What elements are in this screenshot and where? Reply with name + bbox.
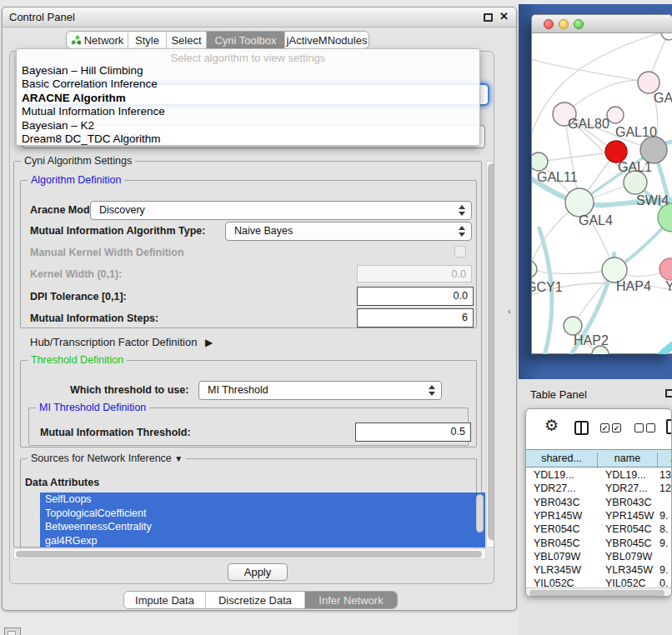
hub-definition-toggle[interactable]: Hub/Transcription Factor Definition ▶: [30, 336, 213, 348]
close-traffic-light-icon[interactable]: [544, 19, 554, 29]
network-window-titlebar[interactable]: [532, 15, 672, 33]
minimize-traffic-light-icon[interactable]: [559, 19, 569, 29]
vertical-scrollbar[interactable]: [486, 161, 494, 548]
attribute-item-selected[interactable]: BetweennessCentrality: [40, 520, 485, 534]
table-cell[interactable]: YER054C: [534, 523, 580, 535]
table-cell[interactable]: YBL079W: [605, 551, 652, 562]
algorithm-option[interactable]: Dream8 DC_TDC Algorithm: [22, 132, 474, 146]
table-cell[interactable]: 12: [659, 482, 671, 494]
table-cell[interactable]: YDR27...: [534, 482, 576, 494]
aracne-mode-label: Aracne Mode:: [30, 204, 99, 216]
manual-kernel-checkbox[interactable]: [454, 246, 466, 258]
column-header-2[interactable]: name: [598, 452, 658, 468]
table-cell[interactable]: YBL079W: [534, 551, 580, 562]
GAL1-node[interactable]: [624, 171, 647, 194]
tab-discretize-data[interactable]: Discretize Data: [206, 592, 305, 608]
table-cell[interactable]: YBR045C: [605, 538, 652, 549]
column-layout-icon[interactable]: [574, 421, 589, 435]
network-canvas[interactable]: GAL80GAL10GAL11GAL1GAL4SWI4GCY1HAP4HAP2G…: [532, 33, 672, 354]
table-cell[interactable]: YLR345W: [605, 564, 653, 576]
node-label-GAL4: GAL4: [579, 213, 613, 228]
deselect-checkbox-icon[interactable]: [634, 423, 644, 432]
node-label-SWI4: SWI4: [636, 193, 669, 208]
tab-network[interactable]: Network: [67, 32, 128, 48]
tab-jactivemnodules[interactable]: jActiveMNodules: [285, 32, 369, 48]
which-threshold-label: Which threshold to use:: [70, 384, 188, 396]
mi-type-combo[interactable]: Naive Bayes: [225, 222, 472, 241]
table-rows: YDL19...YDL19...13YDR27...YDR27...12YBR0…: [526, 468, 672, 589]
aracne-mode-combo[interactable]: Discovery: [90, 201, 472, 220]
vertical-scrollbar-thumb[interactable]: [488, 163, 494, 540]
table-cell[interactable]: YDL19...: [605, 469, 646, 481]
node-label-GAL11: GAL11: [537, 170, 578, 184]
dpi-tolerance-label: DPI Tolerance [0,1]:: [30, 291, 127, 302]
table-cell[interactable]: 13: [659, 469, 671, 481]
GAL4-node[interactable]: [565, 188, 594, 217]
tab-style[interactable]: Style: [128, 32, 167, 48]
table-cell[interactable]: YBR045C: [534, 538, 580, 549]
GAL11-node[interactable]: [532, 152, 548, 171]
SWI4-node[interactable]: [658, 203, 672, 232]
apply-button[interactable]: Apply: [228, 563, 288, 581]
tab-infer-network[interactable]: Infer Network: [305, 592, 397, 608]
horizontal-scrollbar[interactable]: [13, 548, 486, 559]
select-all-checkbox-icon[interactable]: ✓: [600, 423, 609, 432]
column-header-1[interactable]: shared...: [526, 452, 598, 468]
panel-splitter-handle[interactable]: ‹: [508, 306, 511, 316]
expand-arrow-icon: ▶: [205, 337, 213, 348]
float-window-icon[interactable]: [665, 389, 672, 398]
tab-impute-data[interactable]: Impute Data: [124, 592, 206, 608]
close-icon[interactable]: ✕: [499, 10, 509, 22]
horizontal-scrollbar-thumb[interactable]: [16, 551, 482, 558]
algorithm-option[interactable]: Basic Correlation Inference: [22, 78, 474, 91]
which-threshold-combo[interactable]: MI Threshold: [198, 381, 442, 400]
data-attributes-list[interactable]: gal4RGexpBetweennessCentralityTopologica…: [40, 492, 485, 548]
pink-node-right[interactable]: [659, 258, 672, 280]
mi-threshold-field[interactable]: 0.5: [355, 422, 471, 442]
algorithm-option[interactable]: Bayesian – K2: [22, 119, 474, 132]
table-horizontal-scrollbar[interactable]: [526, 588, 672, 597]
node-top-right[interactable]: [661, 33, 672, 40]
algorithm-option[interactable]: Bayesian – Hill Climbing: [22, 64, 474, 78]
gear-icon[interactable]: ⚙: [544, 416, 559, 435]
zoom-traffic-light-icon[interactable]: [574, 19, 584, 29]
table-cell[interactable]: YPR145W: [605, 510, 654, 522]
tab-cyni-toolbox[interactable]: Cyni Toolbox: [207, 32, 285, 48]
mi-steps-field[interactable]: 6: [357, 308, 474, 328]
HAP2-node[interactable]: [564, 317, 582, 335]
kernel-width-field[interactable]: 0.0: [357, 265, 472, 282]
function-builder-icon[interactable]: [666, 419, 672, 434]
table-cell[interactable]: YBR043C: [534, 497, 580, 508]
network-view-window[interactable]: GAL80GAL10GAL11GAL1GAL4SWI4GCY1HAP4HAP2G…: [531, 14, 672, 354]
deselect-checkbox-icon[interactable]: [646, 423, 655, 432]
table-cell[interactable]: YPR145W: [534, 510, 582, 522]
table-cell[interactable]: YLR345W: [534, 564, 581, 576]
GCY1-node[interactable]: [532, 261, 537, 278]
algorithm-option[interactable]: ARACNE Algorithm: [22, 92, 474, 105]
GAL10-node[interactable]: [607, 107, 624, 123]
control-panel-title: Control Panel: [9, 11, 75, 23]
table-scrollbar-thumb[interactable]: [529, 590, 664, 596]
table-cell[interactable]: YER054C: [605, 523, 652, 535]
table-cell[interactable]: 9.: [659, 564, 668, 576]
column-header-3[interactable]: A: [658, 452, 672, 468]
table-cell[interactable]: 9.: [659, 538, 668, 549]
collapsed-panel-icon[interactable]: [4, 628, 21, 635]
attribute-item-selected[interactable]: gal4RGexp: [40, 534, 485, 548]
table-cell[interactable]: 9.: [659, 510, 668, 522]
float-window-icon[interactable]: [484, 13, 493, 22]
dpi-tolerance-field[interactable]: 0.0: [357, 287, 474, 306]
select-all-checkbox-icon[interactable]: ✓: [612, 423, 621, 432]
table-cell[interactable]: YDL19...: [534, 469, 574, 481]
desktop-background: GAL80GAL10GAL11GAL1GAL4SWI4GCY1HAP4HAP2G…: [519, 4, 672, 379]
mi-steps-label: Mutual Information Steps:: [30, 312, 158, 324]
table-cell[interactable]: 8.: [659, 523, 668, 535]
attribute-item-selected[interactable]: TopologicalCoefficient: [40, 507, 485, 521]
table-panel-title: Table Panel: [530, 388, 587, 401]
table-cell[interactable]: YDR27...: [605, 482, 648, 494]
table-cell[interactable]: YBR043C: [605, 497, 652, 508]
list-scrollbar[interactable]: [476, 494, 484, 532]
attribute-item-selected[interactable]: SelfLoops: [40, 492, 485, 507]
algorithm-option[interactable]: Mutual Information Inference: [22, 105, 474, 118]
tab-select[interactable]: Select: [167, 32, 207, 48]
